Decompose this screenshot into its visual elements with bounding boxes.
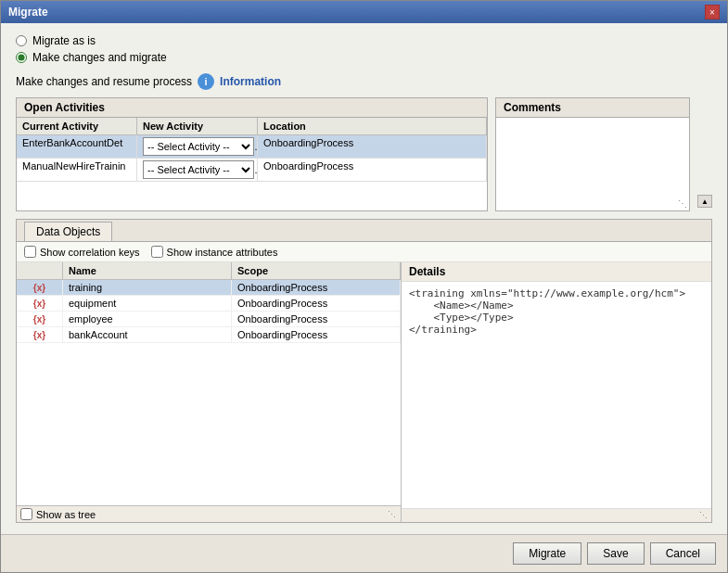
data-row[interactable]: {x} employee OnboardingProcess xyxy=(17,312,401,327)
data-icon: {x} xyxy=(17,327,63,342)
scroll-up-button[interactable]: ▲ xyxy=(697,195,712,208)
data-scope-cell: OnboardingProcess xyxy=(232,280,401,295)
show-correlation-keys-checkbox-item[interactable]: Show correlation keys xyxy=(24,246,140,258)
col-new-activity: New Activity xyxy=(137,118,258,134)
comments-content: ⋱ xyxy=(496,118,689,210)
radio-group: Migrate as is Make changes and migrate xyxy=(16,34,712,64)
resize-handle[interactable]: ⋱ xyxy=(678,198,687,209)
title-bar: Migrate × xyxy=(1,1,727,23)
table-row[interactable]: ManualNewHireTrainin -- Select Activity … xyxy=(17,159,487,182)
data-name-cell: bankAccount xyxy=(63,327,232,342)
radio-item-migrate-as-is[interactable]: Migrate as is xyxy=(16,34,712,47)
cancel-button[interactable]: Cancel xyxy=(650,542,716,565)
panels-row: Open Activities Current Activity New Act… xyxy=(16,97,712,211)
details-xml-line3: <Type></Type> xyxy=(409,312,704,324)
new-activity-cell[interactable]: -- Select Activity -- xyxy=(137,135,258,158)
data-icon: {x} xyxy=(17,280,63,295)
show-correlation-keys-label: Show correlation keys xyxy=(40,247,140,258)
dialog-title: Migrate xyxy=(8,6,48,19)
data-table-body: {x} training OnboardingProcess {x} equip… xyxy=(17,280,401,505)
show-instance-attributes-checkbox[interactable] xyxy=(151,246,163,258)
open-activities-table-body: EnterBankAccountDet -- Select Activity -… xyxy=(17,135,487,210)
info-icon: i xyxy=(198,73,214,90)
show-as-tree-checkbox-item[interactable]: Show as tree xyxy=(20,508,96,520)
data-row[interactable]: {x} equipment OnboardingProcess xyxy=(17,296,401,312)
location-cell: OnboardingProcess xyxy=(258,159,487,181)
comments-panel: Comments ⋱ xyxy=(495,97,690,211)
details-section: Details <training xmlns="http://www.exam… xyxy=(402,262,711,522)
current-activity-cell: ManualNewHireTrainin xyxy=(17,159,137,181)
show-as-tree-checkbox[interactable] xyxy=(20,508,32,520)
col-current-activity: Current Activity xyxy=(17,118,137,134)
show-instance-attributes-checkbox-item[interactable]: Show instance attributes xyxy=(151,246,278,258)
close-button[interactable]: × xyxy=(705,5,720,19)
show-instance-attributes-label: Show instance attributes xyxy=(167,247,278,258)
data-icon: {x} xyxy=(17,312,63,326)
open-activities-table-header: Current Activity New Activity Location xyxy=(17,118,487,135)
migrate-dialog: Migrate × Migrate as is Make changes and… xyxy=(0,0,728,573)
open-activities-title: Open Activities xyxy=(17,98,487,118)
data-scope-cell: OnboardingProcess xyxy=(232,296,401,311)
data-icon: {x} xyxy=(17,296,63,311)
radio-label-migrate-as-is: Migrate as is xyxy=(32,34,96,47)
dialog-footer: Migrate Save Cancel xyxy=(1,534,727,572)
details-xml-line4: </training> xyxy=(409,324,704,336)
data-table-section: Name Scope {x} training OnboardingProces… xyxy=(17,262,402,522)
info-bar-prefix: Make changes and resume process xyxy=(16,75,192,88)
data-name-cell: equipment xyxy=(63,296,232,311)
col-scope: Scope xyxy=(232,262,401,279)
show-correlation-keys-checkbox[interactable] xyxy=(24,246,36,258)
details-header: Details xyxy=(402,262,711,282)
data-objects-tab-bar: Data Objects xyxy=(17,220,711,242)
information-link[interactable]: Information xyxy=(220,75,281,88)
select-activity-dropdown-1[interactable]: -- Select Activity -- xyxy=(143,137,254,156)
tab-data-objects[interactable]: Data Objects xyxy=(24,222,112,241)
col-name: Name xyxy=(63,262,232,279)
data-name-cell: training xyxy=(63,280,232,295)
location-cell: OnboardingProcess xyxy=(258,135,487,158)
details-content: <training xmlns="http://www.example.org/… xyxy=(402,282,711,508)
data-table-header: Name Scope xyxy=(17,262,401,280)
radio-label-make-changes: Make changes and migrate xyxy=(32,51,167,64)
data-objects-body: Name Scope {x} training OnboardingProces… xyxy=(17,262,711,522)
comments-textarea[interactable] xyxy=(496,118,689,210)
data-name-cell: employee xyxy=(63,312,232,326)
migrate-button[interactable]: Migrate xyxy=(513,542,581,565)
data-table-footer: Show as tree ⋱ xyxy=(17,505,401,522)
open-activities-panel: Open Activities Current Activity New Act… xyxy=(16,97,488,211)
details-resize-handle[interactable]: ⋱ xyxy=(699,511,708,520)
col-icon xyxy=(17,262,63,279)
table-row[interactable]: EnterBankAccountDet -- Select Activity -… xyxy=(17,135,487,159)
details-xml-line2: <Name></Name> xyxy=(409,299,704,312)
show-as-tree-label: Show as tree xyxy=(36,509,96,520)
data-row[interactable]: {x} bankAccount OnboardingProcess xyxy=(17,327,401,343)
details-xml-line1: <training xmlns="http://www.example.org/… xyxy=(409,287,704,299)
radio-migrate-as-is[interactable] xyxy=(16,35,27,46)
select-activity-dropdown-2[interactable]: -- Select Activity -- xyxy=(143,160,254,179)
comments-title: Comments xyxy=(496,98,689,118)
data-objects-toolbar: Show correlation keys Show instance attr… xyxy=(17,242,711,262)
details-footer: ⋱ xyxy=(402,508,711,522)
radio-item-make-changes[interactable]: Make changes and migrate xyxy=(16,51,712,64)
save-button[interactable]: Save xyxy=(587,542,644,565)
data-scope-cell: OnboardingProcess xyxy=(232,327,401,342)
info-bar: Make changes and resume process i Inform… xyxy=(16,73,712,90)
data-objects-section: Data Objects Show correlation keys Show … xyxy=(16,219,712,523)
col-location: Location xyxy=(258,118,487,134)
data-scope-cell: OnboardingProcess xyxy=(232,312,401,326)
radio-make-changes[interactable] xyxy=(16,52,27,63)
data-row[interactable]: {x} training OnboardingProcess xyxy=(17,280,401,296)
new-activity-cell[interactable]: -- Select Activity -- xyxy=(137,159,258,181)
panel-scroll-area: ▲ xyxy=(697,97,712,211)
current-activity-cell: EnterBankAccountDet xyxy=(17,135,137,158)
resize-handle-bottom[interactable]: ⋱ xyxy=(388,510,397,519)
dialog-content: Migrate as is Make changes and migrate M… xyxy=(1,23,727,534)
